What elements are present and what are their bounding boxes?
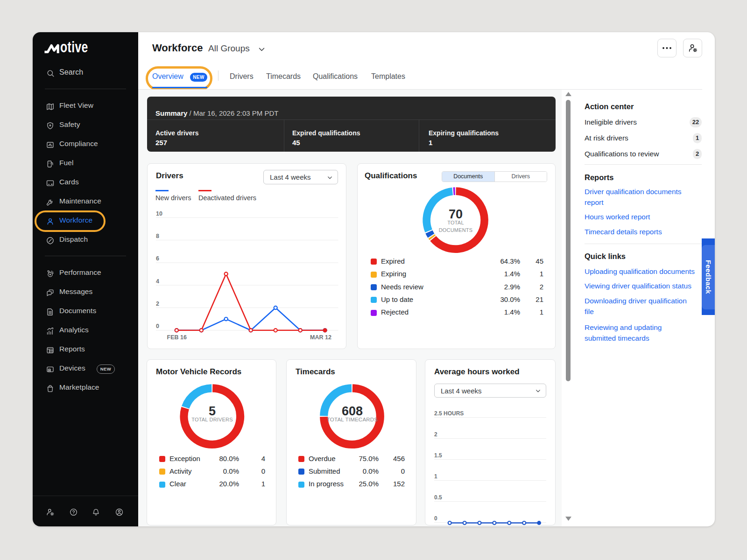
svg-text:MAR 12: MAR 12: [310, 334, 331, 341]
svg-text:1: 1: [434, 473, 437, 480]
svg-text:4: 4: [156, 278, 159, 285]
svg-text:FEB 16: FEB 16: [167, 334, 187, 341]
svg-text:2: 2: [434, 431, 437, 438]
svg-text:1.5: 1.5: [434, 452, 442, 459]
svg-text:6: 6: [156, 255, 159, 262]
svg-text:0: 0: [156, 323, 159, 329]
svg-text:2: 2: [156, 301, 159, 307]
svg-text:0.5: 0.5: [434, 494, 442, 501]
svg-text:0: 0: [434, 515, 437, 522]
svg-text:8: 8: [156, 233, 159, 239]
svg-text:2.5 HOURS: 2.5 HOURS: [434, 410, 464, 417]
svg-text:10: 10: [156, 210, 162, 217]
